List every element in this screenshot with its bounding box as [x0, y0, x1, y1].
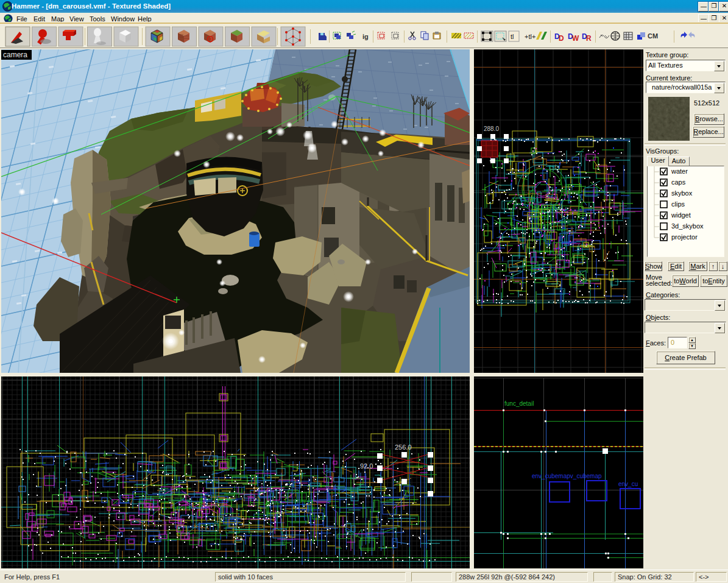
- svg-text:288.0: 288.0: [484, 125, 499, 132]
- svg-text:tl: tl: [511, 33, 514, 40]
- svg-text:CM: CM: [648, 32, 658, 40]
- svg-text:skybox: skybox: [671, 189, 693, 197]
- svg-text:env_cu: env_cu: [618, 481, 638, 487]
- svg-text:D: D: [559, 34, 564, 43]
- svg-text:+tl+: +tl+: [525, 33, 535, 40]
- svg-text:R: R: [586, 34, 592, 43]
- svg-text:water: water: [671, 168, 688, 175]
- svg-text:func_detail: func_detail: [504, 400, 534, 407]
- svg-text:widget: widget: [671, 211, 691, 219]
- svg-text:ig: ig: [362, 33, 369, 40]
- svg-text:3d_skybox: 3d_skybox: [671, 222, 704, 230]
- svg-text:clips: clips: [671, 200, 685, 208]
- svg-text:camera: camera: [3, 51, 27, 59]
- svg-text:W: W: [572, 34, 579, 43]
- svg-text:projector: projector: [671, 233, 698, 241]
- svg-text:env_cubemapv_cubemap: env_cubemapv_cubemap: [532, 473, 602, 479]
- svg-text:92.0: 92.0: [360, 462, 373, 470]
- svg-text:caps: caps: [671, 178, 686, 186]
- svg-text:256.0: 256.0: [395, 443, 412, 451]
